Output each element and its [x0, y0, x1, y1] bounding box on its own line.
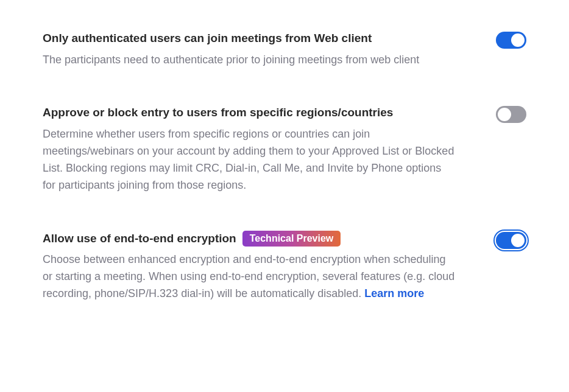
technical-preview-badge: Technical Preview — [242, 231, 341, 247]
setting-authenticated-web-client: Only authenticated users can join meetin… — [43, 30, 526, 68]
setting-description: Choose between enhanced encryption and e… — [43, 251, 457, 303]
setting-title: Approve or block entry to users from spe… — [43, 105, 393, 121]
setting-title: Allow use of end-to-end encryption — [43, 231, 236, 247]
setting-end-to-end-encryption: Allow use of end-to-end encryption Techn… — [43, 231, 526, 303]
setting-content: Allow use of end-to-end encryption Techn… — [43, 231, 457, 303]
setting-content: Only authenticated users can join meetin… — [43, 30, 457, 68]
toggle-knob — [511, 234, 525, 247]
toggle-knob — [498, 108, 511, 121]
setting-title-row: Allow use of end-to-end encryption Techn… — [43, 231, 457, 247]
toggle-approve-block-regions[interactable] — [496, 106, 526, 123]
setting-title: Only authenticated users can join meetin… — [43, 30, 372, 47]
toggle-authenticated-web-client[interactable] — [496, 32, 526, 49]
setting-content: Approve or block entry to users from spe… — [43, 105, 457, 194]
setting-title-row: Approve or block entry to users from spe… — [43, 105, 457, 121]
learn-more-link[interactable]: Learn more — [364, 287, 424, 299]
setting-description: The participants need to authenticate pr… — [43, 52, 457, 69]
toggle-end-to-end-encryption[interactable] — [496, 232, 526, 249]
setting-description: Determine whether users from specific re… — [43, 126, 457, 194]
setting-title-row: Only authenticated users can join meetin… — [43, 30, 457, 47]
setting-approve-block-regions: Approve or block entry to users from spe… — [43, 105, 526, 194]
toggle-knob — [511, 33, 525, 47]
